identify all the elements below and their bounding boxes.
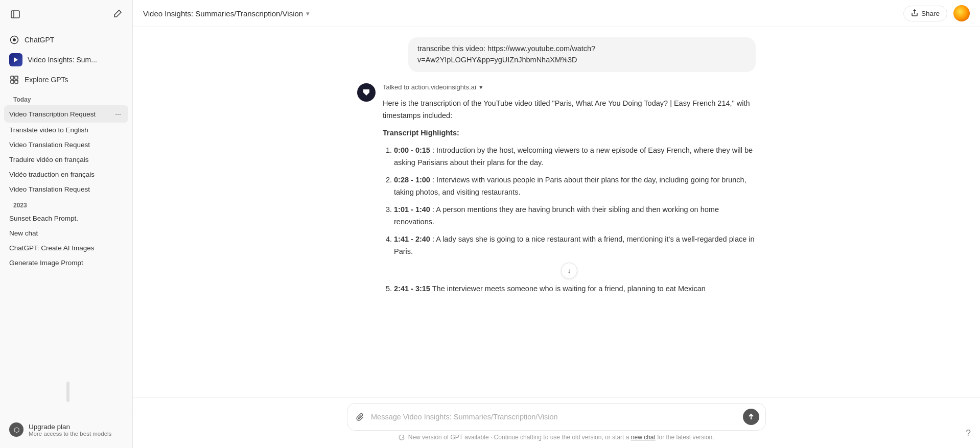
ai-avatar <box>357 83 376 102</box>
upgrade-plan-button[interactable]: ⬡ Upgrade plan More access to the best m… <box>4 418 128 441</box>
sidebar-item-video-insights[interactable]: Video Insights: Sum... <box>4 49 128 70</box>
avatar[interactable] <box>953 5 970 21</box>
talked-to-text: Talked to action.videoinsights.ai <box>383 82 476 93</box>
ai-intro-text: Here is the transcription of the YouTube… <box>383 98 756 122</box>
scroll-indicator <box>66 382 69 402</box>
talked-to-chevron-icon: ▾ <box>479 82 483 93</box>
sidebar-nav: ChatGPT Video Insights: Sum... Explore <box>0 29 132 91</box>
history-item-label: Video Translation Request <box>9 185 90 193</box>
section-2023-label: 2023 <box>4 197 128 211</box>
timestamp-5: 2:41 - 3:15 <box>394 285 430 293</box>
svg-rect-5 <box>11 80 14 83</box>
input-area: New version of GPT available · Continue … <box>133 397 980 448</box>
footer-text-after: for the latest version. <box>657 434 714 441</box>
user-message-bubble: transcribe this video: https://www.youtu… <box>408 37 756 72</box>
svg-rect-6 <box>15 80 18 83</box>
history-item-label: ChatGPT: Create AI Images <box>9 244 95 252</box>
timestamp-1: 0:00 - 0:15 <box>394 146 430 154</box>
history-item-label: Traduire vidéo en français <box>9 156 89 163</box>
svg-marker-7 <box>363 89 369 96</box>
upgrade-text: Upgrade plan More access to the best mod… <box>29 423 111 437</box>
list-item: 0:28 - 1:00 : Interviews with various pe… <box>394 174 756 199</box>
history-item-menu-button[interactable]: ··· <box>113 109 123 119</box>
header-title-area: Video Insights: Summaries/Transcription/… <box>143 9 310 18</box>
history-item-chatgpt-ai-images[interactable]: ChatGPT: Create AI Images <box>4 241 128 255</box>
today-section-label: Today <box>4 91 128 105</box>
message-input[interactable] <box>371 413 739 421</box>
history-item-label: Generate Image Prompt <box>9 259 83 267</box>
scroll-down-wrap: ↓ <box>383 263 756 279</box>
question-mark-icon: ? <box>966 428 971 438</box>
history-item-video-transcription[interactable]: Video Transcription Request ··· <box>4 105 128 123</box>
history-item-video-translation-2[interactable]: Video Translation Request <box>4 182 128 197</box>
video-insights-icon <box>9 53 22 66</box>
ai-partial-text: 2:41 - 3:15 The interviewer meets someon… <box>383 283 756 295</box>
timestamp-2: 0:28 - 1:00 <box>394 176 430 184</box>
timestamp-4: 1:41 - 2:40 <box>394 235 430 243</box>
scroll-down-button[interactable]: ↓ <box>561 263 577 279</box>
sidebar-item-explore-gpts[interactable]: Explore GPTs <box>4 70 128 89</box>
page-title: Video Insights: Summaries/Transcription/… <box>143 9 303 18</box>
timestamp-3: 1:01 - 1:40 <box>394 205 430 214</box>
sidebar-history: Today Video Transcription Request ··· Tr… <box>0 91 132 413</box>
toggle-sidebar-button[interactable] <box>7 6 24 22</box>
video-insights-label: Video Insights: Sum... <box>28 56 97 64</box>
transcript-list: 0:00 - 0:15 : Introduction by the host, … <box>383 145 756 257</box>
ai-message-content: Talked to action.videoinsights.ai ▾ Here… <box>383 82 756 301</box>
attach-button[interactable] <box>354 410 367 423</box>
user-message-wrap: transcribe this video: https://www.youtu… <box>357 37 756 72</box>
footer-text-before: New version of GPT available · Continue … <box>408 434 629 441</box>
sidebar-top <box>0 0 132 29</box>
history-item-label: Sunset Beach Prompt. <box>9 215 78 222</box>
input-wrap <box>347 403 766 431</box>
history-item-video-translation-1[interactable]: Video Translation Request <box>4 137 128 152</box>
send-button[interactable] <box>743 409 759 425</box>
refresh-icon <box>399 435 405 441</box>
ai-message-wrap: Talked to action.videoinsights.ai ▾ Here… <box>357 82 756 301</box>
talked-to-badge[interactable]: Talked to action.videoinsights.ai ▾ <box>383 82 756 93</box>
share-button[interactable]: Share <box>903 6 947 21</box>
svg-marker-2 <box>14 57 18 62</box>
main-area: Video Insights: Summaries/Transcription/… <box>133 0 980 448</box>
grid-icon <box>9 75 19 85</box>
transcript-text-2: : Interviews with various people in Pari… <box>394 176 746 196</box>
share-icon <box>911 9 918 18</box>
transcript-text-5: The interviewer meets someone who is wai… <box>432 285 706 293</box>
list-item: 2:41 - 3:15 The interviewer meets someon… <box>394 283 756 295</box>
history-item-label: Translate video to English <box>9 126 88 134</box>
user-message-text: transcribe this video: https://www.youtu… <box>417 44 595 64</box>
share-label: Share <box>921 10 940 17</box>
arrow-down-icon: ↓ <box>568 267 571 275</box>
transcript-list-cont: 2:41 - 3:15 The interviewer meets someon… <box>383 283 756 295</box>
footer-notice: New version of GPT available · Continue … <box>347 431 766 445</box>
list-item: 1:41 - 2:40 : A lady says she is going t… <box>394 233 756 258</box>
footer-notice-text: New version of GPT available · Continue … <box>399 434 714 441</box>
transcript-text-1: : Introduction by the host, welcoming vi… <box>394 146 753 167</box>
history-item-sunset-beach[interactable]: Sunset Beach Prompt. <box>4 211 128 226</box>
history-item-translate-video[interactable]: Translate video to English <box>4 123 128 137</box>
history-item-traduire-video[interactable]: Traduire vidéo en français <box>4 152 128 167</box>
transcript-heading: Transcript Highlights: <box>383 129 459 137</box>
history-item-label: New chat <box>9 229 38 237</box>
explore-gpts-label: Explore GPTs <box>25 76 68 84</box>
transcript-text-3: : A person mentions they are having brun… <box>394 205 719 226</box>
sidebar-item-chatgpt[interactable]: ChatGPT <box>4 31 128 49</box>
ai-response-text: Here is the transcription of the YouTube… <box>383 98 756 257</box>
list-item: 1:01 - 1:40 : A person mentions they are… <box>394 204 756 228</box>
history-item-new-chat[interactable]: New chat <box>4 226 128 241</box>
main-header: Video Insights: Summaries/Transcription/… <box>133 0 980 27</box>
messages-area[interactable]: transcribe this video: https://www.youtu… <box>133 27 980 397</box>
new-chat-button[interactable] <box>109 6 125 22</box>
upgrade-sublabel: More access to the best models <box>29 431 111 437</box>
message-container: transcribe this video: https://www.youtu… <box>347 37 766 300</box>
help-button[interactable]: ? <box>966 428 971 439</box>
upgrade-label: Upgrade plan <box>29 423 111 431</box>
history-item-video-traduction[interactable]: Vidéo traduction en français <box>4 167 128 182</box>
sidebar-bottom: ⬡ Upgrade plan More access to the best m… <box>0 413 132 448</box>
history-item-generate-image[interactable]: Generate Image Prompt <box>4 255 128 270</box>
history-item-label: Vidéo traduction en français <box>9 171 95 178</box>
chevron-down-icon[interactable]: ▾ <box>306 10 310 17</box>
new-chat-link[interactable]: new chat <box>631 434 656 441</box>
paperclip-icon <box>356 412 365 421</box>
sidebar: ChatGPT Video Insights: Sum... Explore <box>0 0 133 448</box>
